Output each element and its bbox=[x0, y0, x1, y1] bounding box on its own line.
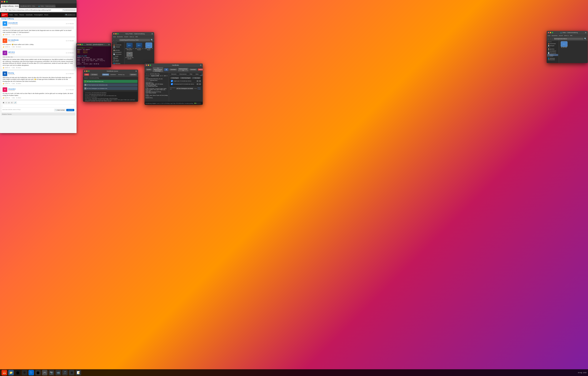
video-fm-back-btn[interactable]: ← bbox=[548, 38, 549, 40]
like-btn-4[interactable]: 👍 Gefällt mir bbox=[3, 83, 10, 84]
hp-fm-forward-btn[interactable]: → bbox=[115, 39, 117, 41]
hb-tab-video[interactable]: Video bbox=[194, 73, 200, 76]
hb-audio-track-1-del[interactable]: ✕ bbox=[199, 83, 201, 85]
underline-btn[interactable]: U bbox=[8, 102, 10, 104]
browser-minimize-btn[interactable] bbox=[4, 1, 5, 2]
like-btn-1[interactable]: 👍 Gefällt mir bbox=[3, 34, 10, 35]
hb-queue-close-btn[interactable] bbox=[84, 71, 86, 72]
strike-btn[interactable]: S bbox=[11, 102, 13, 104]
hb-main-minimize-btn[interactable] bbox=[148, 64, 149, 66]
hp-fm-menu-hilfe[interactable]: Hilfe bbox=[135, 36, 138, 37]
video-fm-maximize-btn[interactable] bbox=[552, 32, 553, 33]
nav-preisvergleich[interactable]: Preisvergleich bbox=[34, 14, 43, 16]
hp-fm-sidebar-schreibtisch[interactable]: 🖥 Schreibtisch bbox=[113, 51, 124, 53]
hb-tab-filter[interactable]: Filter bbox=[188, 73, 194, 76]
dock-camera-icon[interactable]: 📷 bbox=[49, 370, 54, 375]
hp-fm-up-btn[interactable]: ↑ bbox=[118, 39, 119, 41]
video-fm-sidebar-docs[interactable]: 📄 Dokumente bbox=[547, 52, 558, 54]
dock-text-icon[interactable]: 📝 bbox=[76, 370, 81, 375]
italic-btn[interactable]: I bbox=[5, 102, 7, 104]
close-icon[interactable] bbox=[108, 44, 110, 45]
dock-terminal-icon[interactable]: ⬤ bbox=[35, 370, 41, 375]
dock-music-icon[interactable]: 🎵 bbox=[62, 370, 68, 375]
like-btn-3[interactable]: 👍 Gefällt mir bbox=[3, 67, 10, 68]
hb-preview-btn[interactable]: Vorschau bbox=[169, 69, 177, 71]
username-3[interactable]: JMP SFC2 bbox=[8, 52, 65, 53]
video-fm-search-btn[interactable]: 🔍 bbox=[584, 38, 587, 40]
video-fm-up-btn[interactable]: ↑ bbox=[552, 38, 553, 40]
back-button[interactable]: ← bbox=[1, 9, 3, 11]
username-5[interactable]: Alexander2 bbox=[8, 88, 65, 90]
video-fm-sidebar-netzpad[interactable]: 💾 Netzpad bbox=[547, 45, 558, 47]
hb-options-button[interactable]: Optionen bbox=[130, 73, 137, 76]
nav-themen[interactable]: Themen bbox=[19, 14, 24, 16]
hp-fm-menu-gehe[interactable]: Gehe zu bbox=[130, 36, 134, 37]
hb-tab-audio[interactable]: Audio bbox=[200, 73, 203, 76]
hb-audio-track-1[interactable]: 5.0 Surround (ac3 6.0 encoded aac stereo… bbox=[170, 83, 202, 85]
video-fm-close-icon[interactable] bbox=[585, 32, 587, 33]
hb-queue-close-icon[interactable] bbox=[135, 70, 137, 72]
terminal-body[interactable]: ghackbu@ghost:~$ sensors Adapter: PCI ad… bbox=[76, 46, 111, 67]
hp-fm-file-1[interactable]: MKV Harry_Potter_...Chamber bbox=[135, 43, 143, 51]
video-fm-sidebar-downloads[interactable]: 📥 Downloads bbox=[547, 43, 558, 45]
hp-fm-maximize-btn[interactable] bbox=[117, 33, 119, 34]
video-fm-menu-bearbeiten[interactable]: Bearbeiten bbox=[552, 35, 558, 36]
video-fm-menu-datei[interactable]: Datei bbox=[548, 35, 550, 36]
hb-range-start[interactable] bbox=[160, 75, 163, 76]
hb-audio-track-0-del[interactable]: ✕ bbox=[199, 80, 201, 82]
video-fm-path[interactable]: /home/gheckbu/Videos/ bbox=[554, 38, 584, 40]
cb-search-input[interactable] bbox=[65, 14, 75, 16]
video-fm-menu-gehe[interactable]: Gehe zu bbox=[564, 35, 569, 36]
hp-fm-file-0[interactable]: MKV Harry_Potter_...Philosophers bbox=[125, 43, 134, 51]
cite-btn-2[interactable]: 66 Zitiere bbox=[16, 46, 21, 48]
hb-main-close-btn[interactable] bbox=[146, 64, 147, 66]
video-fm-sidebar-network[interactable]: 🌐 Netzwerk durchsuchen bbox=[547, 57, 558, 61]
hp-fm-file-2[interactable]: MKV Harry_Potter_...Prisoner bbox=[144, 43, 153, 51]
submit-reply-btn[interactable]: Antworten bbox=[66, 109, 74, 111]
cite-btn-4[interactable]: 28 Zitiere bbox=[16, 83, 21, 84]
hb-queue-item-1[interactable]: HP Der Kammer des Schreckens.mkv bbox=[84, 83, 138, 86]
nav-tests[interactable]: Tests bbox=[14, 14, 18, 16]
dock-apps-icon[interactable]: ⬤ bbox=[15, 370, 21, 375]
hb-queue-item-0[interactable]: HP Stein der Weisenstein.mkv bbox=[84, 80, 138, 83]
hb-queue-tab-log[interactable]: Activity Log bbox=[117, 73, 125, 76]
nav-downloads[interactable]: Downloads bbox=[26, 14, 33, 16]
hb-audio-track-0-edit[interactable]: ✏ bbox=[197, 80, 198, 82]
hp-fm-close-btn[interactable] bbox=[113, 33, 115, 34]
hp-fm-sidebar-downloads[interactable]: 📥 Downloads bbox=[113, 44, 124, 46]
hp-fm-sidebar-bilder[interactable]: 🖼 Bilder bbox=[113, 57, 124, 59]
hp-fm-search-btn[interactable]: 🔍 bbox=[151, 39, 153, 41]
hp-fm-menu-ansicht[interactable]: Ansicht bbox=[124, 36, 128, 37]
bold-btn[interactable]: B bbox=[2, 102, 5, 104]
hb-queue-tab-overview[interactable]: Übersicht bbox=[102, 73, 109, 76]
reply-btn-2[interactable]: + Zitat bbox=[11, 46, 15, 48]
hb-main-close-icon[interactable] bbox=[200, 64, 202, 66]
hp-fm-sidebar-gheckbu[interactable]: 🏠 gheckbu bbox=[113, 49, 124, 51]
browser-tab-active[interactable]: Anzeige-Auflösung – Monit... bbox=[1, 4, 19, 8]
dock-monitor-icon[interactable]: 🖥 bbox=[69, 370, 75, 375]
hb-add-queue-btn[interactable]: Zur Warteschlange hinzufügen bbox=[153, 67, 163, 72]
like-btn-2[interactable]: 👍 Gefällt mir bbox=[3, 46, 10, 48]
dock-video-icon[interactable]: 📹 bbox=[55, 370, 61, 375]
hb-save-as-input[interactable] bbox=[176, 87, 193, 90]
reply-btn-4[interactable]: + Zitat bbox=[11, 83, 15, 84]
hb-vorschau-btn[interactable]: Vorschau bbox=[189, 69, 197, 71]
hp-fm-file-3[interactable]: 📷 HP Stein der Weisenstein bbox=[125, 52, 134, 60]
hp-fm-close-icon[interactable] bbox=[152, 33, 153, 35]
hb-queue-btn[interactable]: Warteschlange (2) bbox=[178, 68, 188, 71]
like-btn-5[interactable]: 👍 Gefällt mir bbox=[3, 97, 10, 98]
hb-main-maximize-btn[interactable] bbox=[150, 64, 151, 66]
hb-stop-button[interactable]: Stop bbox=[84, 73, 89, 76]
terminal-close-btn[interactable] bbox=[77, 44, 79, 45]
terminal-minimize-btn[interactable] bbox=[79, 44, 81, 45]
hb-audio-track-0[interactable]: English (aac 2.0 encoded aac stereo) ✏ ✕ bbox=[170, 80, 202, 83]
dock-blue-icon[interactable]: 🔵 bbox=[29, 370, 34, 375]
hb-tab-overview[interactable]: Übersicht bbox=[170, 73, 178, 76]
hb-audio-add-all-btn[interactable]: + Alle hinzufügen bbox=[180, 77, 191, 79]
video-fm-menu-ansicht[interactable]: Ansicht bbox=[559, 35, 563, 36]
hb-abbruch-btn[interactable]: Abbruch bbox=[198, 69, 203, 71]
hb-audio-track-0-check[interactable] bbox=[171, 80, 173, 82]
browser-tab-2[interactable]: 📺 Video – Datenverwaltung bbox=[37, 4, 55, 8]
video-fm-menu-hilfe[interactable]: Hilfe bbox=[570, 35, 572, 36]
dock-firefox-icon[interactable]: 🦊 bbox=[1, 370, 7, 375]
